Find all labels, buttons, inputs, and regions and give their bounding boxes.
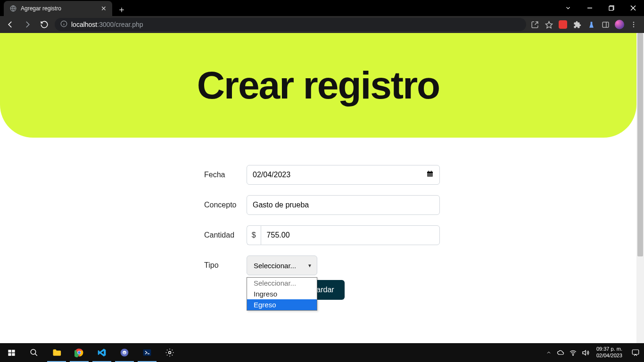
svg-point-32 [169, 352, 171, 354]
tipo-option-ingreso[interactable]: Ingreso [247, 288, 317, 299]
taskbar-app-file-explorer[interactable] [45, 343, 68, 362]
reload-button[interactable] [38, 18, 51, 31]
taskbar-date: 02/04/2023 [596, 353, 622, 359]
address-bar[interactable]: localhost:3000/crear.php [55, 18, 526, 31]
side-panel-icon[interactable] [601, 20, 610, 29]
form-row-tipo: Tipo Seleccionar... ▼ Seleccionar... Ing… [204, 255, 440, 275]
extensions-puzzle-icon[interactable] [572, 20, 582, 29]
new-tab-button[interactable]: ＋ [115, 3, 128, 16]
svg-rect-3 [609, 7, 613, 11]
form-row-fecha: Fecha 02/04/2023 [204, 165, 440, 185]
svg-point-27 [78, 351, 81, 354]
tab-strip: Agregar registro ✕ ＋ [0, 0, 128, 16]
svg-rect-21 [8, 353, 11, 356]
search-button[interactable] [23, 343, 45, 362]
vertical-scrollbar[interactable] [636, 33, 644, 343]
start-button[interactable] [0, 343, 23, 362]
svg-rect-34 [632, 350, 639, 354]
svg-rect-20 [12, 350, 15, 353]
select-tipo-value: Seleccionar... [254, 262, 296, 270]
taskbar-app-vscode[interactable] [91, 343, 113, 362]
svg-rect-10 [603, 22, 609, 27]
globe-icon [9, 5, 17, 12]
page-header: Crear registro [0, 33, 636, 138]
taskbar-clock[interactable]: 09:37 p. m. 02/04/2023 [594, 346, 625, 359]
input-fecha[interactable]: 02/04/2023 [247, 165, 440, 185]
input-fecha-value: 02/04/2023 [253, 171, 290, 179]
select-tipo[interactable]: Seleccionar... ▼ [247, 255, 317, 275]
window-controls [557, 0, 644, 16]
svg-rect-19 [8, 350, 11, 353]
extension-icon-2[interactable] [586, 20, 596, 29]
info-icon [60, 20, 67, 29]
browser-toolbar: localhost:3000/crear.php [0, 16, 644, 33]
taskbar-app-chrome-dev[interactable]: D [113, 343, 136, 362]
taskbar-right: 09:37 p. m. 02/04/2023 [545, 343, 644, 362]
taskbar-left: D [0, 343, 181, 362]
profile-avatar-icon[interactable] [615, 20, 624, 29]
input-concepto-value: Gasto de prueba [253, 201, 309, 209]
url-text: localhost:3000/crear.php [71, 21, 143, 28]
extension-icon-1[interactable] [558, 20, 568, 29]
label-concepto: Concepto [204, 201, 247, 209]
svg-line-24 [35, 354, 37, 356]
input-cantidad[interactable]: 755.00 [261, 225, 440, 245]
tipo-option-egreso[interactable]: Egreso [247, 299, 317, 310]
svg-marker-9 [545, 21, 552, 28]
tray-volume-icon[interactable] [581, 348, 590, 357]
svg-rect-16 [427, 172, 433, 173]
taskbar-app-powershell[interactable] [136, 343, 158, 362]
input-concepto[interactable]: Gasto de prueba [247, 195, 440, 215]
svg-point-14 [633, 26, 634, 27]
tipo-option-placeholder[interactable]: Seleccionar... [247, 278, 317, 288]
toolbar-right [530, 20, 640, 29]
tab-title: Agregar registro [21, 5, 97, 12]
tray-onedrive-icon[interactable] [557, 348, 565, 357]
share-icon[interactable] [530, 20, 539, 29]
taskbar-time: 09:37 p. m. [596, 346, 622, 353]
input-cantidad-value: 755.00 [267, 231, 290, 239]
chevron-down-icon: ▼ [307, 263, 312, 268]
svg-text:D: D [124, 352, 125, 354]
kebab-menu-icon[interactable] [629, 20, 638, 29]
taskbar-app-chrome[interactable] [68, 343, 91, 362]
close-icon[interactable]: ✕ [101, 5, 107, 12]
svg-point-12 [633, 22, 634, 23]
svg-rect-22 [12, 353, 15, 356]
bookmark-star-icon[interactable] [544, 20, 553, 29]
create-record-form: Fecha 02/04/2023 Concepto Gasto de prueb… [204, 165, 440, 300]
select-tipo-dropdown: Seleccionar... Ingreso Egreso [247, 277, 317, 311]
taskbar-app-settings[interactable] [158, 343, 181, 362]
svg-point-23 [31, 349, 36, 354]
notification-center-icon[interactable] [629, 343, 642, 362]
browser-tab-active[interactable]: Agregar registro ✕ [4, 1, 112, 16]
scrollbar-thumb[interactable] [637, 33, 643, 256]
maximize-button[interactable] [601, 0, 622, 16]
close-window-button[interactable] [622, 0, 644, 16]
svg-point-13 [633, 24, 634, 25]
label-cantidad: Cantidad [204, 231, 247, 239]
forward-button[interactable] [21, 18, 34, 31]
svg-point-33 [573, 354, 573, 355]
label-fecha: Fecha [204, 171, 247, 179]
form-row-cantidad: Cantidad $ 755.00 [204, 225, 440, 245]
tray-wifi-icon[interactable] [569, 348, 578, 357]
windows-taskbar: D 09:37 p. m. 02/04/2023 [0, 343, 644, 362]
page-viewport: Crear registro Fecha 02/04/2023 Concepto… [0, 33, 644, 343]
page-title: Crear registro [197, 63, 439, 107]
label-tipo: Tipo [204, 261, 247, 270]
currency-addon: $ [247, 225, 261, 245]
form-row-concepto: Concepto Gasto de prueba [204, 195, 440, 215]
window-dropdown-button[interactable] [557, 0, 579, 16]
calendar-icon[interactable] [426, 170, 434, 180]
minimize-button[interactable] [579, 0, 601, 16]
browser-titlebar: Agregar registro ✕ ＋ [0, 0, 644, 16]
tray-chevron-up-icon[interactable] [545, 348, 553, 357]
back-button[interactable] [4, 18, 17, 31]
